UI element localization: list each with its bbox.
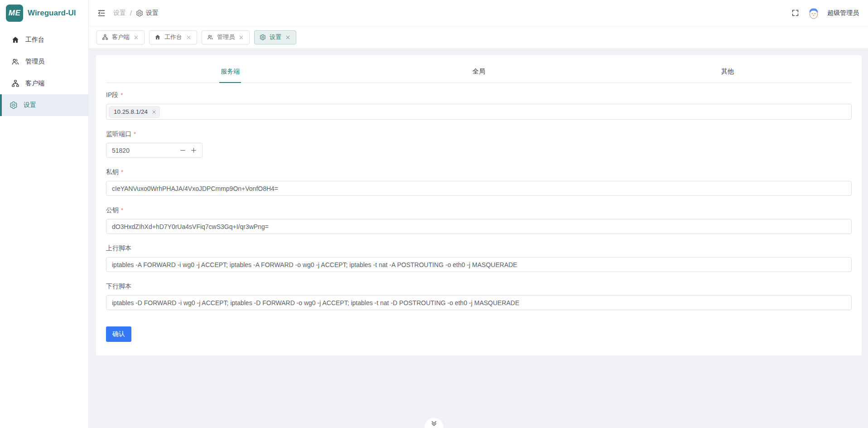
down-script-input[interactable] (106, 295, 852, 310)
tab-global-label: 全局 (473, 68, 485, 75)
settings-tabs: 服务端 全局 其他 (106, 62, 852, 83)
sidebar: ME Wireguard-UI 工作台 管理员 客户端 设置 (0, 0, 89, 428)
tab-global[interactable]: 全局 (355, 62, 603, 83)
decrement-icon[interactable] (179, 147, 186, 154)
app-logo[interactable]: ME Wireguard-UI (0, 0, 88, 26)
down-script-field-group: 下行脚本 (106, 282, 852, 310)
breadcrumb-current: 设置 (136, 9, 159, 17)
content-area: 服务端 全局 其他 IP段 10.25.8.1/24 (89, 48, 868, 428)
close-icon[interactable] (238, 34, 244, 40)
sitemap-icon (102, 34, 108, 40)
public-key-input[interactable] (106, 219, 852, 234)
gear-icon (10, 101, 18, 109)
tab-label: 客户端 (112, 33, 130, 41)
sidebar-item-label: 客户端 (25, 79, 44, 88)
close-icon[interactable] (133, 34, 139, 40)
open-tabs-bar: 客户端 工作台 管理员 设置 (89, 26, 868, 48)
header: 设置 / 设置 (89, 0, 868, 26)
ip-range-tag-value: 10.25.8.1/24 (114, 108, 148, 115)
app-title: Wireguard-UI (28, 9, 76, 18)
breadcrumb-current-label: 设置 (146, 9, 159, 17)
sidebar-item-label: 管理员 (25, 58, 44, 66)
users-icon (11, 58, 19, 66)
tab-label: 管理员 (217, 33, 235, 41)
down-script-label: 下行脚本 (106, 282, 131, 291)
sidebar-menu: 工作台 管理员 客户端 设置 (0, 26, 88, 116)
ip-range-label: IP段 (106, 91, 123, 99)
close-icon[interactable] (285, 34, 291, 40)
settings-card: 服务端 全局 其他 IP段 10.25.8.1/24 (96, 55, 862, 355)
ip-range-tag: 10.25.8.1/24 (109, 106, 160, 118)
user-name[interactable]: 超级管理员 (827, 9, 859, 17)
ip-range-field-group: IP段 10.25.8.1/24 (106, 91, 852, 120)
private-key-input[interactable] (106, 181, 852, 196)
sidebar-item-admins[interactable]: 管理员 (0, 51, 88, 73)
ip-range-input[interactable]: 10.25.8.1/24 (106, 104, 852, 120)
breadcrumb-separator: / (130, 10, 132, 17)
tab-label: 工作台 (164, 33, 182, 41)
tab-other-label: 其他 (721, 68, 734, 75)
public-key-field-group: 公钥 (106, 206, 852, 234)
home-icon (154, 34, 161, 40)
private-key-label: 私钥 (106, 168, 123, 176)
home-icon (11, 36, 19, 44)
public-key-label: 公钥 (106, 206, 123, 214)
tab-admins[interactable]: 管理员 (202, 30, 250, 44)
sidebar-item-clients[interactable]: 客户端 (0, 73, 88, 94)
up-script-label: 上行脚本 (106, 244, 131, 253)
sidebar-item-label: 工作台 (25, 36, 44, 44)
private-key-field-group: 私钥 (106, 168, 852, 196)
users-icon (207, 34, 213, 40)
sitemap-icon (11, 79, 19, 88)
increment-icon[interactable] (190, 147, 197, 154)
sidebar-item-workbench[interactable]: 工作台 (0, 29, 88, 51)
tab-label: 设置 (270, 33, 281, 41)
tab-server[interactable]: 服务端 (106, 62, 355, 83)
listen-port-stepper (106, 143, 203, 158)
tab-workbench[interactable]: 工作台 (149, 30, 197, 44)
remove-tag-icon[interactable] (151, 109, 157, 115)
gear-icon (260, 34, 266, 40)
collapse-sidebar-icon[interactable] (97, 9, 106, 18)
avatar[interactable] (807, 6, 820, 20)
chevron-double-down-icon (430, 419, 438, 428)
sidebar-item-label: 设置 (24, 101, 36, 109)
server-settings-form: IP段 10.25.8.1/24 监听端口 (106, 83, 852, 342)
listen-port-field-group: 监听端口 (106, 130, 852, 158)
fullscreen-icon[interactable] (791, 9, 800, 18)
up-script-input[interactable] (106, 257, 852, 272)
up-script-field-group: 上行脚本 (106, 244, 852, 272)
sidebar-item-settings[interactable]: 设置 (0, 94, 88, 116)
tab-server-label: 服务端 (221, 68, 240, 75)
close-icon[interactable] (186, 34, 192, 40)
breadcrumb: 设置 / 设置 (113, 9, 159, 17)
listen-port-label: 监听端口 (106, 130, 136, 138)
tab-other[interactable]: 其他 (603, 62, 852, 83)
tab-settings[interactable]: 设置 (254, 30, 296, 44)
main-column: 设置 / 设置 (89, 0, 868, 428)
breadcrumb-parent[interactable]: 设置 (113, 9, 126, 17)
logo-badge: ME (6, 5, 23, 22)
confirm-button[interactable]: 确认 (106, 326, 131, 342)
gear-icon (136, 10, 143, 17)
tab-clients[interactable]: 客户端 (96, 30, 145, 44)
